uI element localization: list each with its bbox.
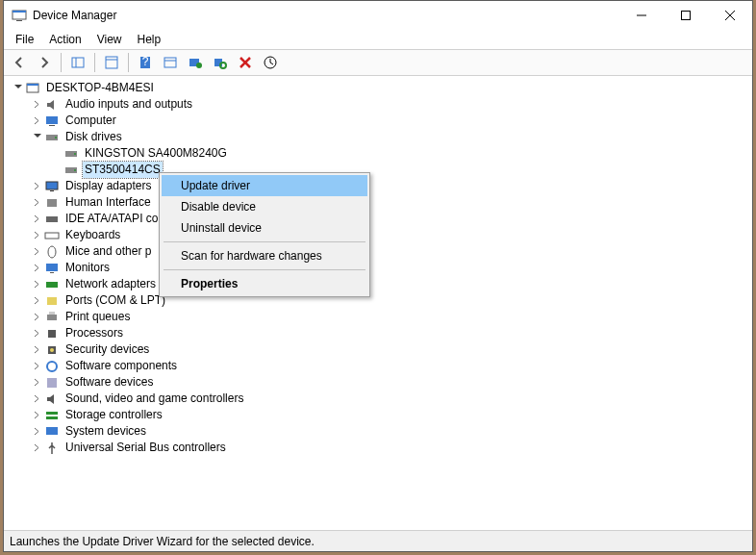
disk-icon (44, 130, 60, 145)
svg-rect-9 (106, 57, 117, 68)
scan-hardware-button[interactable] (209, 51, 232, 74)
svg-point-47 (50, 348, 54, 352)
back-button[interactable] (8, 51, 31, 74)
tree-category[interactable]: Storage controllers (8, 407, 752, 423)
chevron-right-icon[interactable] (31, 214, 42, 225)
tree-category[interactable]: Mice and other p (8, 243, 752, 260)
svg-rect-24 (46, 116, 58, 124)
tree-category[interactable]: Print queues (8, 309, 752, 325)
svg-rect-2 (16, 20, 22, 21)
chevron-right-icon[interactable] (31, 181, 42, 192)
tree-label: Network adapters (63, 276, 158, 292)
tree-root[interactable]: DESKTOP-4BM4ESI (8, 80, 752, 96)
tree-device[interactable]: KINGSTON SA400M8240G (8, 145, 752, 162)
help-button[interactable]: ? (134, 51, 157, 74)
chevron-down-icon[interactable] (31, 132, 42, 143)
svg-rect-51 (46, 416, 58, 419)
properties-button[interactable] (100, 51, 123, 74)
chevron-right-icon[interactable] (31, 279, 42, 290)
action-center-button[interactable] (159, 51, 182, 74)
chevron-right-icon[interactable] (31, 344, 42, 356)
computer-icon (44, 114, 60, 129)
chevron-right-icon[interactable] (31, 115, 42, 127)
uninstall-button[interactable] (234, 51, 257, 74)
tree-category[interactable]: Software devices (8, 374, 752, 391)
tree-category[interactable]: Network adapters (8, 276, 752, 292)
svg-rect-32 (46, 182, 58, 189)
tree-category[interactable]: Keyboards (8, 227, 752, 243)
svg-rect-23 (27, 84, 38, 86)
tree-category[interactable]: IDE ATA/ATAPI co (8, 211, 752, 227)
disk-icon (63, 146, 79, 162)
chevron-right-icon[interactable] (31, 295, 42, 307)
chevron-right-icon[interactable] (31, 377, 42, 389)
context-menu-item[interactable]: Disable device (162, 196, 367, 217)
titlebar[interactable]: Device Manager (4, 1, 752, 30)
chevron-right-icon[interactable] (31, 410, 42, 421)
tree-category[interactable]: Display adapters (8, 178, 752, 194)
context-menu-item[interactable]: Update driver (162, 175, 367, 196)
chevron-right-icon[interactable] (31, 393, 42, 405)
tree-category[interactable]: Software components (8, 358, 752, 374)
cpu-icon (44, 326, 60, 341)
statusbar: Launches the Update Driver Wizard for th… (4, 530, 752, 551)
menu-action[interactable]: Action (41, 31, 88, 48)
ide-icon (44, 212, 60, 227)
disk-icon (63, 163, 79, 178)
context-menu-item[interactable]: Uninstall device (162, 217, 367, 239)
menu-file[interactable]: File (8, 31, 41, 48)
menu-view[interactable]: View (89, 31, 130, 48)
tree-category[interactable]: Sound, video and game controllers (8, 391, 752, 407)
chevron-right-icon[interactable] (31, 361, 42, 372)
context-menu-item[interactable]: Properties (162, 273, 367, 294)
chevron-right-icon[interactable] (31, 99, 42, 111)
tree-label: Universal Serial Bus controllers (63, 440, 228, 456)
chevron-right-icon[interactable] (31, 312, 42, 323)
chevron-right-icon[interactable] (31, 246, 42, 258)
display-icon (44, 179, 60, 194)
tree-category[interactable]: System devices (8, 423, 752, 440)
chevron-right-icon[interactable] (31, 263, 42, 274)
system-icon (44, 424, 60, 440)
svg-rect-50 (46, 412, 58, 415)
tree-category[interactable]: Computer (8, 113, 752, 129)
chevron-right-icon[interactable] (31, 426, 42, 438)
tree-category[interactable]: Audio inputs and outputs (8, 96, 752, 113)
tree-category[interactable]: Ports (COM & LPT) (8, 292, 752, 309)
swcomp-icon (44, 359, 60, 374)
show-hide-console-button[interactable] (66, 51, 89, 74)
tree-category[interactable]: Monitors (8, 260, 752, 276)
tree-label: Storage controllers (63, 407, 164, 423)
tree-label: Computer (63, 113, 118, 129)
chevron-right-icon[interactable] (31, 230, 42, 241)
security-icon (44, 342, 60, 358)
chevron-right-icon[interactable] (31, 328, 42, 340)
chevron-right-icon[interactable] (31, 442, 42, 454)
menu-help[interactable]: Help (130, 31, 169, 48)
svg-rect-43 (47, 315, 57, 320)
more-button[interactable] (259, 51, 282, 74)
tree-category[interactable]: Human Interface (8, 194, 752, 211)
network-icon (44, 277, 60, 292)
chevron-right-icon[interactable] (31, 197, 42, 209)
forward-button[interactable] (33, 51, 56, 74)
tree-category[interactable]: Universal Serial Bus controllers (8, 440, 752, 456)
audio-icon (44, 97, 60, 113)
update-driver-button[interactable] (184, 51, 207, 74)
chevron-down-icon[interactable] (12, 83, 23, 94)
svg-rect-4 (682, 12, 691, 20)
svg-rect-44 (49, 312, 55, 315)
tree-device[interactable]: ST3500414CS (8, 162, 752, 178)
context-menu-item[interactable]: Scan for hardware changes (162, 245, 367, 266)
close-button[interactable] (708, 1, 752, 30)
tree-category[interactable]: Disk drives (8, 129, 752, 145)
tree-label: Disk drives (63, 129, 124, 145)
port-icon (44, 293, 60, 309)
context-menu: Update driverDisable deviceUninstall dev… (159, 172, 370, 297)
svg-rect-41 (46, 282, 58, 288)
maximize-button[interactable] (664, 1, 708, 30)
tree-view[interactable]: DESKTOP-4BM4ESIAudio inputs and outputsC… (4, 76, 752, 530)
tree-category[interactable]: Security devices (8, 341, 752, 358)
tree-category[interactable]: Processors (8, 325, 752, 341)
minimize-button[interactable] (619, 1, 664, 30)
